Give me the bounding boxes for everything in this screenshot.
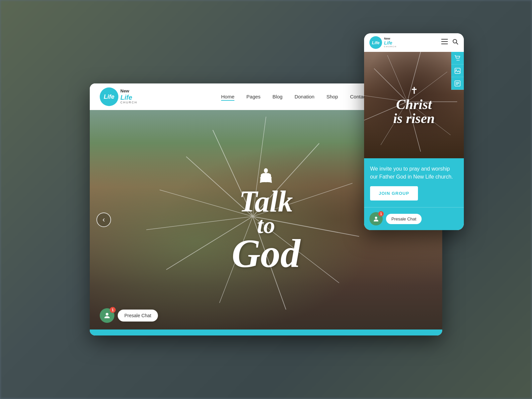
cyan-bottom-bar xyxy=(90,330,442,335)
chat-avatar-desktop[interactable]: 1 xyxy=(100,308,114,323)
mobile-navbar: Life New Life CHURCH xyxy=(364,33,464,52)
hero-text-block: Talk to God xyxy=(232,168,301,272)
nav-item-donation[interactable]: Donation xyxy=(295,94,315,100)
svg-point-36 xyxy=(456,69,457,70)
mobile-menu-icon[interactable] xyxy=(441,39,448,47)
logo-area: Life New Life CHURCH xyxy=(100,87,137,106)
mobile-logo-life: Life xyxy=(384,41,441,46)
mobile-chat-icon xyxy=(373,215,379,222)
logo-church-text: CHURCH xyxy=(120,101,137,104)
svg-point-34 xyxy=(459,60,460,61)
nav-link-blog[interactable]: Blog xyxy=(273,94,283,99)
nav-item-home[interactable]: Home xyxy=(221,94,234,100)
svg-point-41 xyxy=(375,217,377,219)
mobile-nav-icons xyxy=(441,39,459,47)
logo-circle-text: Life xyxy=(104,94,114,100)
chat-bubble-desktop: 1 Presale Chat xyxy=(100,308,158,323)
nav-item-pages[interactable]: Pages xyxy=(246,94,261,100)
mobile-cross-icon: ✝ xyxy=(393,85,435,96)
svg-point-14 xyxy=(264,168,268,173)
mobile-mockup: Life New Life CHURCH xyxy=(364,33,464,230)
svg-rect-20 xyxy=(441,44,448,44)
mobile-christ-risen: Christ is risen xyxy=(393,97,435,125)
mobile-chat-badge: 1 xyxy=(378,211,384,216)
mobile-sidebar xyxy=(451,52,464,158)
hero-prev-arrow[interactable]: ‹ xyxy=(96,212,111,227)
logo-text-group: New Life CHURCH xyxy=(120,89,137,104)
chat-label-desktop[interactable]: Presale Chat xyxy=(118,310,158,322)
hero-line1: Talk xyxy=(232,188,301,215)
person-silhouette xyxy=(259,168,273,188)
nav-item-shop[interactable]: Shop xyxy=(327,94,338,100)
mobile-sidebar-cart[interactable] xyxy=(451,52,464,65)
mobile-sidebar-news[interactable] xyxy=(451,77,464,90)
svg-rect-19 xyxy=(441,41,448,42)
mobile-logo-circle: Life xyxy=(369,36,382,49)
mobile-logo-church: CHURCH xyxy=(384,46,441,48)
chat-person-icon xyxy=(103,312,111,320)
mobile-hero-text: ✝ Christ is risen xyxy=(393,85,435,125)
mobile-sidebar-gallery[interactable] xyxy=(451,65,464,77)
mobile-hero: ✝ Christ is risen xyxy=(364,52,464,158)
chat-badge-desktop: 1 xyxy=(110,307,116,313)
svg-point-17 xyxy=(106,313,108,316)
nav-link-shop[interactable]: Shop xyxy=(327,94,338,99)
logo-circle: Life xyxy=(100,87,118,106)
mobile-info-text: We invite you to pray and worship our Fa… xyxy=(370,165,458,181)
hero-line3: God xyxy=(232,236,301,272)
svg-rect-18 xyxy=(441,39,448,40)
logo-life-text: Life xyxy=(120,94,137,101)
prev-arrow-icon: ‹ xyxy=(102,215,105,224)
logo-new-text: New xyxy=(120,89,137,93)
mobile-search-icon[interactable] xyxy=(453,39,459,47)
mobile-chat-avatar[interactable]: 1 xyxy=(369,212,383,225)
christ-line2: is risen xyxy=(393,111,435,126)
nav-link-donation[interactable]: Donation xyxy=(295,94,315,99)
hero-talk-to-god: Talk to God xyxy=(232,188,301,272)
nav-item-blog[interactable]: Blog xyxy=(273,94,283,100)
mobile-logo-new: New xyxy=(384,37,441,41)
join-group-button[interactable]: JOIN GROUP xyxy=(370,186,418,200)
mobile-info-section: We invite you to pray and worship our Fa… xyxy=(364,158,464,207)
nav-link-pages[interactable]: Pages xyxy=(246,94,261,99)
christ-line1: Christ xyxy=(396,97,432,112)
mobile-logo-circle-text: Life xyxy=(372,40,379,45)
svg-line-22 xyxy=(456,43,458,44)
nav-link-home[interactable]: Home xyxy=(221,94,234,101)
mobile-chat: 1 Presale Chat xyxy=(364,207,464,230)
mobile-logo-texts: New Life CHURCH xyxy=(384,37,441,48)
nav-links: Home Pages Blog Donation Shop Contacts xyxy=(221,94,370,100)
mobile-chat-label[interactable]: Presale Chat xyxy=(386,214,422,224)
svg-point-33 xyxy=(457,60,458,61)
